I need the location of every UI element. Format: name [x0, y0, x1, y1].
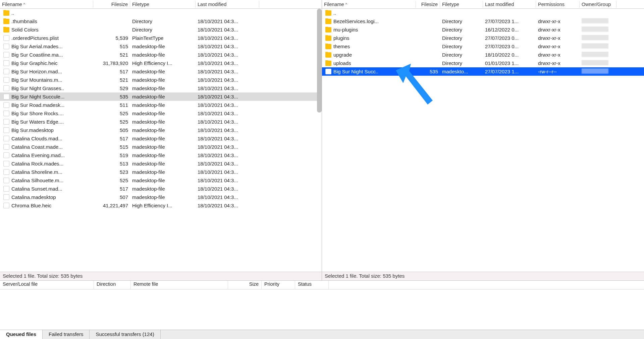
file-permissions: drwxr-xr-x	[536, 27, 580, 32]
queue-columns[interactable]: Server/Local file Direction Remote file …	[0, 281, 644, 289]
file-name: Catalina Shoreline.m...	[11, 169, 62, 175]
file-row[interactable]: Big Sur Shore Rocks....525madesktop-file…	[0, 109, 322, 118]
qcol-remote[interactable]: Remote file	[131, 281, 228, 289]
file-row[interactable]: Big Sur Coastline.ma...521madesktop-file…	[0, 51, 322, 59]
file-name: Catalina.madesktop	[11, 194, 56, 200]
file-row[interactable]: Catalina Coast.made...515madesktop-file1…	[0, 143, 322, 151]
file-row[interactable]: Catalina Clouds.mad...517madesktop-file1…	[0, 134, 322, 143]
col-owner[interactable]: Owner/Group	[580, 1, 616, 8]
file-row[interactable]: Big Sur Horizon.mad...517madesktop-file1…	[0, 67, 322, 76]
file-size: 41,221,497	[93, 203, 130, 208]
folder-icon	[325, 52, 331, 58]
file-icon	[3, 136, 9, 141]
col-modified[interactable]: Last modified	[483, 1, 536, 8]
file-size: 525	[93, 119, 130, 125]
qcol-status[interactable]: Status	[295, 281, 329, 289]
file-row[interactable]: .orderedPictures.plist5,539PlainTextType…	[0, 34, 322, 42]
file-row[interactable]: Big Sur Night Grasses..529madesktop-file…	[0, 84, 322, 92]
col-filename[interactable]: Filename ^	[0, 1, 93, 8]
file-size: 517	[93, 186, 130, 192]
qcol-direction[interactable]: Direction	[94, 281, 131, 289]
tab-success[interactable]: Successful transfers (124)	[90, 330, 160, 339]
col-modified[interactable]: Last modified	[196, 1, 259, 8]
file-icon	[325, 69, 331, 74]
file-size: 529	[93, 85, 130, 91]
scrollbar-thumb[interactable]	[317, 9, 322, 113]
file-icon	[3, 127, 9, 133]
file-type: madesktop-file	[130, 161, 196, 166]
file-row[interactable]: Big Sur Road.madesk...511madesktop-file1…	[0, 101, 322, 109]
file-modified: 18/10/2021 04:3...	[196, 203, 259, 208]
tab-failed[interactable]: Failed transfers	[43, 330, 90, 339]
file-row[interactable]: BezelServices.logi...Directory27/07/2023…	[322, 17, 644, 25]
file-row[interactable]: Big Sur Night Succ..535madeskto...27/07/…	[322, 67, 644, 76]
file-type: madesktop-file	[130, 144, 196, 150]
file-modified: 18/10/2021 04:3...	[196, 144, 259, 150]
sort-asc-icon: ^	[345, 2, 347, 6]
file-name: Big Sur Coastline.ma...	[11, 52, 63, 58]
file-name: Catalina Sunset.mad...	[11, 186, 62, 192]
file-row[interactable]: mu-pluginsDirectory16/12/2022 0...drwxr-…	[322, 25, 644, 34]
file-row[interactable]: Big Sur Aerial.mades...515madesktop-file…	[0, 42, 322, 51]
file-size: 525	[93, 178, 130, 183]
file-modified: 27/07/2023 1...	[483, 18, 536, 24]
col-filetype[interactable]: Filetype	[440, 1, 483, 8]
file-row[interactable]: Catalina Shoreline.m...523madesktop-file…	[0, 168, 322, 176]
qcol-priority[interactable]: Priority	[262, 281, 295, 289]
file-row[interactable]: Solid ColorsDirectory18/10/2021 04:3...	[0, 25, 322, 34]
local-file-list[interactable]: ...thumbnailsDirectory18/10/2021 04:3...…	[0, 9, 322, 272]
file-modified: 16/12/2022 0...	[483, 27, 536, 32]
file-row[interactable]: Catalina Sunset.mad...517madesktop-file1…	[0, 185, 322, 193]
tab-queued[interactable]: Queued files	[0, 330, 43, 339]
parent-dir-row[interactable]: ..	[0, 9, 322, 17]
file-row[interactable]: Catalina Evening.mad...519madesktop-file…	[0, 151, 322, 159]
col-filesize[interactable]: Filesize	[416, 1, 440, 8]
file-row[interactable]: Chroma Blue.heic41,221,497High Efficienc…	[0, 201, 322, 210]
file-name: .thumbnails	[11, 18, 37, 24]
parent-dir-row[interactable]: ..	[322, 9, 644, 17]
file-owner	[580, 68, 616, 75]
file-row[interactable]: upgradeDirectory18/10/2022 0...drwxr-xr-…	[322, 51, 644, 59]
file-name: Big Sur Waters Edge....	[11, 119, 64, 125]
file-size: 515	[93, 44, 130, 49]
file-name: Catalina Coast.made...	[11, 144, 63, 150]
file-icon	[3, 161, 9, 166]
file-icon	[3, 102, 9, 108]
file-type: madesktop-file	[130, 52, 196, 58]
file-icon	[3, 35, 9, 41]
file-row[interactable]: Big Sur Mountains.m...521madesktop-file1…	[0, 76, 322, 84]
file-type: madesktop-file	[130, 77, 196, 83]
file-permissions: drwxr-xr-x	[536, 44, 580, 49]
file-row[interactable]: uploadsDirectory01/01/2023 1...drwxr-xr-…	[322, 59, 644, 67]
file-row[interactable]: Big Sur Night Succule...535madesktop-fil…	[0, 92, 322, 101]
file-name: Solid Colors	[11, 27, 39, 32]
file-row[interactable]: themesDirectory27/07/2023 0...drwxr-xr-x	[322, 42, 644, 51]
file-row[interactable]: Catalina Silhouette.m...525madesktop-fil…	[0, 176, 322, 185]
file-size: 523	[93, 169, 130, 175]
file-row[interactable]: .thumbnailsDirectory18/10/2021 04:3...	[0, 17, 322, 25]
qcol-size[interactable]: Size	[228, 281, 262, 289]
file-name: ..	[11, 10, 14, 16]
file-size: 505	[93, 127, 130, 133]
remote-file-list[interactable]: ..BezelServices.logi...Directory27/07/20…	[322, 9, 644, 272]
file-row[interactable]: pluginsDirectory27/07/2023 0...drwxr-xr-…	[322, 34, 644, 42]
remote-status-bar: Selected 1 file. Total size: 535 bytes	[322, 272, 644, 280]
file-row[interactable]: Catalina.madesktop507madesktop-file18/10…	[0, 193, 322, 201]
local-column-headers[interactable]: Filename ^ Filesize Filetype Last modifi…	[0, 0, 322, 9]
col-filesize[interactable]: Filesize	[93, 1, 130, 8]
file-modified: 18/10/2021 04:3...	[196, 60, 259, 66]
qcol-file[interactable]: Server/Local file	[0, 281, 94, 289]
file-row[interactable]: Catalina Rock.mades...513madesktop-file1…	[0, 159, 322, 168]
queue-body[interactable]	[0, 289, 644, 330]
file-row[interactable]: Big Sur Graphic.heic31,783,920High Effic…	[0, 59, 322, 67]
file-type: Directory	[440, 35, 483, 41]
file-owner	[580, 35, 616, 41]
file-modified: 18/10/2021 04:3...	[196, 194, 259, 200]
col-permissions[interactable]: Permissions	[536, 1, 580, 8]
remote-column-headers[interactable]: Filename ^ Filesize Filetype Last modifi…	[322, 0, 644, 9]
col-filetype[interactable]: Filetype	[130, 1, 196, 8]
col-filename[interactable]: Filename ^	[322, 1, 416, 8]
file-row[interactable]: Big Sur.madesktop505madesktop-file18/10/…	[0, 126, 322, 134]
file-type: madesktop-file	[130, 94, 196, 99]
file-row[interactable]: Big Sur Waters Edge....525madesktop-file…	[0, 118, 322, 126]
